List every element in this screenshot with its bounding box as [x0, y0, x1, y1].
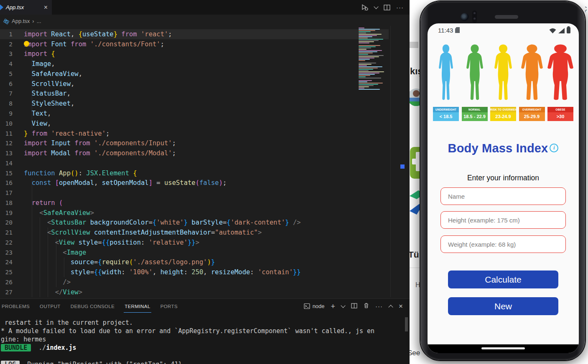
minimap-line: [359, 44, 389, 45]
bmi-category: OVERWEIGHT25-29.9: [518, 42, 546, 128]
code-line[interactable]: 15function App(): JSX.Element {: [0, 168, 389, 178]
minimap-line: [359, 78, 381, 78]
panel-tab-terminal[interactable]: TERMINAL: [124, 300, 151, 313]
bmi-figure: [517, 42, 547, 104]
chevron-down-icon[interactable]: [374, 4, 378, 9]
new-button[interactable]: New: [448, 297, 558, 315]
line-number: 6: [0, 81, 13, 87]
bmi-chart: UNDERWEIGHT< 18.5NORMAL18.5 - 22.9RISK T…: [429, 42, 577, 128]
code-line[interactable]: 4 Image,: [0, 59, 389, 69]
tab-app-tsx[interactable]: App.tsx ×: [0, 0, 52, 15]
bmi-figure: [431, 42, 461, 104]
tab-close-icon[interactable]: ×: [43, 4, 48, 11]
code-line[interactable]: 12import Input from './components/Input'…: [0, 138, 389, 148]
terminal-line[interactable]: LOG Running "bmiProject" with {"rootTag"…: [1, 360, 405, 364]
code-line[interactable]: 16 const [openModal, setOpenModal] = use…: [0, 178, 389, 188]
code-line[interactable]: 21 <ScrollView contentInsetAdjustmentBeh…: [0, 228, 389, 238]
lightbulb-icon[interactable]: [24, 41, 29, 46]
code-line[interactable]: 17: [0, 188, 389, 198]
more-actions-icon[interactable]: ···: [396, 4, 404, 11]
line-number: 27: [0, 289, 13, 296]
code-line[interactable]: 14: [0, 158, 389, 168]
split-terminal-icon[interactable]: [351, 303, 357, 310]
code-line[interactable]: 10 View,: [0, 119, 389, 129]
code-line[interactable]: 19 <SafeAreaView>: [0, 208, 389, 218]
weight-input[interactable]: [440, 235, 566, 253]
terminal-line[interactable]: BUNDLE ./index.js: [1, 344, 405, 352]
panel-tab-ports[interactable]: PORTS: [160, 300, 178, 312]
status-time: 11:43: [438, 27, 453, 34]
terminal-line[interactable]: * A module failed to load due to an erro…: [1, 327, 405, 335]
panel-tab-problems[interactable]: PROBLEMS: [1, 300, 31, 312]
maximize-panel-icon[interactable]: [388, 305, 393, 309]
minimap-line: [359, 68, 378, 68]
code-line[interactable]: 25 style={{width: '100%', height: 250, r…: [0, 267, 389, 277]
code-line[interactable]: 3import {: [0, 49, 389, 59]
code-line[interactable]: 20 <StatusBar backgroundColor={'white'} …: [0, 218, 389, 228]
terminal-scrollbar[interactable]: [405, 317, 408, 331]
line-number: 19: [0, 210, 13, 216]
code-line[interactable]: 13import Modal from './components/Modal'…: [0, 148, 389, 158]
tab-title: App.tsx: [6, 4, 43, 10]
minimap-line: [359, 63, 376, 63]
code-line[interactable]: 2import Font from './constants/Font';: [0, 39, 389, 49]
code-editor[interactable]: 1import React, {useState} from 'react';2…: [0, 29, 389, 297]
minimap-line: [359, 83, 383, 83]
code-line[interactable]: 11} from 'react-native';: [0, 129, 389, 139]
bmi-category-label: RISK TO OVERWEIGHT: [490, 107, 516, 112]
terminal-dropdown-icon[interactable]: [341, 303, 345, 308]
home-indicator[interactable]: [481, 347, 525, 349]
code-line[interactable]: 22 <View style={{position: 'relative'}}>: [0, 238, 389, 248]
panel-tab-debug-console[interactable]: DEBUG CONSOLE: [70, 300, 116, 312]
terminal-line[interactable]: restart it in the current project.: [1, 318, 405, 327]
bmi-category-range: < 18.5: [433, 112, 459, 121]
shell-selector[interactable]: node: [304, 303, 325, 309]
indent-guide: [32, 59, 32, 129]
code-line[interactable]: 18 return (: [0, 198, 389, 208]
close-panel-icon[interactable]: ×: [399, 302, 403, 311]
minimap-line: [359, 38, 368, 38]
breadcrumb-file[interactable]: App.tsx: [12, 18, 30, 24]
code-line[interactable]: 26 />: [0, 277, 389, 287]
calculate-button[interactable]: Calculate: [448, 270, 558, 288]
minimap-line: [359, 85, 374, 86]
breadcrumb[interactable]: App.tsx › ...: [0, 15, 410, 27]
run-debug-icon[interactable]: [360, 4, 369, 11]
code-line[interactable]: 6 ScrollView,: [0, 79, 389, 89]
minimap[interactable]: [359, 28, 389, 90]
minimap-line: [359, 33, 366, 33]
code-line[interactable]: 1import React, {useState} from 'react';: [0, 29, 389, 39]
bmi-category-range: 18.5 - 22.9: [462, 112, 488, 121]
code-line[interactable]: 23 <Image: [0, 248, 389, 258]
terminal-line[interactable]: [1, 352, 405, 360]
green-plus-logo: [410, 147, 421, 179]
info-icon[interactable]: i: [550, 144, 558, 152]
name-input[interactable]: [440, 187, 566, 205]
page-fragment-tun: Tün: [410, 250, 421, 260]
indent-guide: [32, 178, 32, 297]
bmi-category-label: OBESE: [547, 107, 573, 112]
breadcrumb-ellipsis[interactable]: ...: [37, 18, 41, 24]
code-text: return (: [13, 199, 63, 207]
terminal-output[interactable]: restart it in the current project.* A mo…: [1, 318, 405, 364]
bmi-category-range: 25-29.9: [519, 112, 545, 121]
line-number: 16: [0, 179, 13, 186]
height-input[interactable]: [440, 211, 566, 229]
new-terminal-icon[interactable]: +: [331, 303, 336, 309]
code-line[interactable]: 7 StatusBar,: [0, 89, 389, 99]
code-line[interactable]: 5 SafeAreaView,: [0, 69, 389, 79]
code-line[interactable]: 9 Text,: [0, 109, 389, 119]
minimap-line: [359, 40, 379, 41]
code-line[interactable]: 8 StyleSheet,: [0, 99, 389, 109]
chevron-logo: [410, 189, 421, 216]
code-line[interactable]: 24 source={require('./assets/logo.png')}: [0, 258, 389, 268]
code-line[interactable]: 27 </View>: [0, 287, 389, 297]
line-number: 17: [0, 190, 13, 196]
kill-terminal-icon[interactable]: [364, 303, 369, 310]
terminal-line[interactable]: gine: hermes: [1, 335, 405, 344]
panel-more-icon[interactable]: ···: [375, 303, 383, 310]
panel-tab-bar: PROBLEMSOUTPUTDEBUG CONSOLETERMINALPORTS: [1, 299, 178, 313]
minimap-line: [359, 74, 375, 75]
panel-tab-output[interactable]: OUTPUT: [39, 300, 61, 312]
split-editor-icon[interactable]: [384, 5, 390, 10]
